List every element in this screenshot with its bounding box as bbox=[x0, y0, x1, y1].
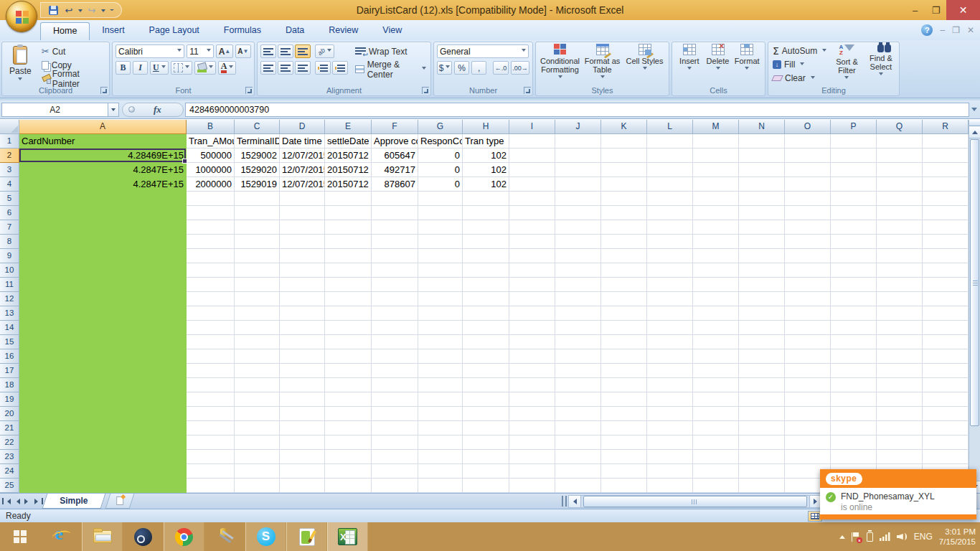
cell-R3[interactable] bbox=[923, 163, 969, 177]
cell-N20[interactable] bbox=[739, 407, 785, 421]
cell-O13[interactable] bbox=[785, 306, 831, 321]
cell-O22[interactable] bbox=[785, 435, 831, 450]
cell-H13[interactable] bbox=[463, 306, 509, 321]
cell-M15[interactable] bbox=[693, 335, 739, 349]
cell-B10[interactable] bbox=[187, 263, 235, 278]
cell-C17[interactable] bbox=[235, 364, 280, 378]
cell-O14[interactable] bbox=[785, 321, 831, 335]
cell-D11[interactable] bbox=[280, 278, 325, 292]
cell-P23[interactable] bbox=[831, 450, 877, 464]
taskbar-internet-explorer[interactable] bbox=[41, 522, 82, 551]
cell-J12[interactable] bbox=[555, 292, 601, 306]
cell-L16[interactable] bbox=[647, 349, 693, 364]
cell-F24[interactable] bbox=[372, 464, 418, 479]
cell-R1[interactable] bbox=[923, 134, 969, 149]
cell-I9[interactable] bbox=[509, 249, 555, 263]
name-box-dropdown[interactable] bbox=[108, 103, 119, 117]
cell-C12[interactable] bbox=[235, 292, 280, 306]
column-header-Q[interactable]: Q bbox=[877, 120, 923, 134]
row-header-8[interactable]: 8 bbox=[0, 235, 19, 249]
italic-button[interactable]: I bbox=[133, 61, 148, 75]
cell-O18[interactable] bbox=[785, 378, 831, 392]
cell-C10[interactable] bbox=[235, 263, 280, 278]
cell-P2[interactable] bbox=[831, 149, 877, 163]
cell-N7[interactable] bbox=[739, 220, 785, 235]
cell-G25[interactable] bbox=[418, 479, 463, 493]
cell-Q3[interactable] bbox=[877, 163, 923, 177]
cell-E14[interactable] bbox=[325, 321, 372, 335]
cell-Q15[interactable] bbox=[877, 335, 923, 349]
cell-B4[interactable]: 2000000 bbox=[187, 177, 235, 192]
cell-C16[interactable] bbox=[235, 349, 280, 364]
column-header-G[interactable]: G bbox=[418, 120, 463, 134]
column-header-J[interactable]: J bbox=[555, 120, 601, 134]
cell-B13[interactable] bbox=[187, 306, 235, 321]
cell-C23[interactable] bbox=[235, 450, 280, 464]
cell-O15[interactable] bbox=[785, 335, 831, 349]
cell-J8[interactable] bbox=[555, 235, 601, 249]
find-select-button[interactable]: Find & Select bbox=[866, 44, 896, 85]
cell-M14[interactable] bbox=[693, 321, 739, 335]
cell-A12[interactable] bbox=[19, 292, 187, 306]
cell-E23[interactable] bbox=[325, 450, 372, 464]
cell-D1[interactable]: Date time bbox=[280, 134, 325, 149]
cell-F1[interactable]: Approve code bbox=[372, 134, 418, 149]
cell-F6[interactable] bbox=[372, 206, 418, 220]
cell-H3[interactable]: 102 bbox=[463, 163, 509, 177]
cell-J18[interactable] bbox=[555, 378, 601, 392]
cell-A15[interactable] bbox=[19, 335, 187, 349]
cell-Q1[interactable] bbox=[877, 134, 923, 149]
cell-C6[interactable] bbox=[235, 206, 280, 220]
cell-J16[interactable] bbox=[555, 349, 601, 364]
cell-M23[interactable] bbox=[693, 450, 739, 464]
cell-I2[interactable] bbox=[509, 149, 555, 163]
cell-G2[interactable]: 0 bbox=[418, 149, 463, 163]
tab-review[interactable]: Review bbox=[316, 22, 370, 40]
skype-notification[interactable]: skype ✓ FND_Phonesamay_XYL is online bbox=[820, 469, 976, 519]
tab-formulas[interactable]: Formulas bbox=[212, 22, 273, 40]
cell-Q18[interactable] bbox=[877, 378, 923, 392]
cell-J22[interactable] bbox=[555, 435, 601, 450]
cell-N15[interactable] bbox=[739, 335, 785, 349]
cell-R13[interactable] bbox=[923, 306, 969, 321]
middle-align-button[interactable] bbox=[278, 44, 293, 58]
cell-Q4[interactable] bbox=[877, 177, 923, 192]
cell-A21[interactable] bbox=[19, 421, 187, 435]
cell-N1[interactable] bbox=[739, 134, 785, 149]
cell-G14[interactable] bbox=[418, 321, 463, 335]
cell-O4[interactable] bbox=[785, 177, 831, 192]
cell-N21[interactable] bbox=[739, 421, 785, 435]
cell-H22[interactable] bbox=[463, 435, 509, 450]
cell-P12[interactable] bbox=[831, 292, 877, 306]
cell-G7[interactable] bbox=[418, 220, 463, 235]
percent-style-button[interactable]: % bbox=[454, 61, 469, 75]
cell-K13[interactable] bbox=[601, 306, 647, 321]
cell-D8[interactable] bbox=[280, 235, 325, 249]
cell-C3[interactable]: 1529020 bbox=[235, 163, 280, 177]
cell-F14[interactable] bbox=[372, 321, 418, 335]
scroll-left-button[interactable] bbox=[568, 495, 581, 508]
cell-H24[interactable] bbox=[463, 464, 509, 479]
cell-G5[interactable] bbox=[418, 192, 463, 206]
font-dialog-launcher[interactable] bbox=[245, 87, 253, 94]
cell-M9[interactable] bbox=[693, 249, 739, 263]
cell-H9[interactable] bbox=[463, 249, 509, 263]
bold-button[interactable]: B bbox=[116, 61, 131, 75]
cell-N11[interactable] bbox=[739, 278, 785, 292]
cell-H14[interactable] bbox=[463, 321, 509, 335]
cell-Q7[interactable] bbox=[877, 220, 923, 235]
cell-M3[interactable] bbox=[693, 163, 739, 177]
cell-N2[interactable] bbox=[739, 149, 785, 163]
column-header-A[interactable]: A bbox=[19, 120, 187, 134]
cell-D3[interactable]: 12/07/2015 bbox=[280, 163, 325, 177]
cell-P7[interactable] bbox=[831, 220, 877, 235]
cell-K20[interactable] bbox=[601, 407, 647, 421]
cell-L17[interactable] bbox=[647, 364, 693, 378]
cell-C19[interactable] bbox=[235, 392, 280, 407]
cell-M16[interactable] bbox=[693, 349, 739, 364]
cell-E4[interactable]: 20150712 bbox=[325, 177, 372, 192]
next-sheet-button[interactable] bbox=[23, 495, 32, 507]
cell-K6[interactable] bbox=[601, 206, 647, 220]
cell-Q9[interactable] bbox=[877, 249, 923, 263]
cell-F4[interactable]: 878607 bbox=[372, 177, 418, 192]
